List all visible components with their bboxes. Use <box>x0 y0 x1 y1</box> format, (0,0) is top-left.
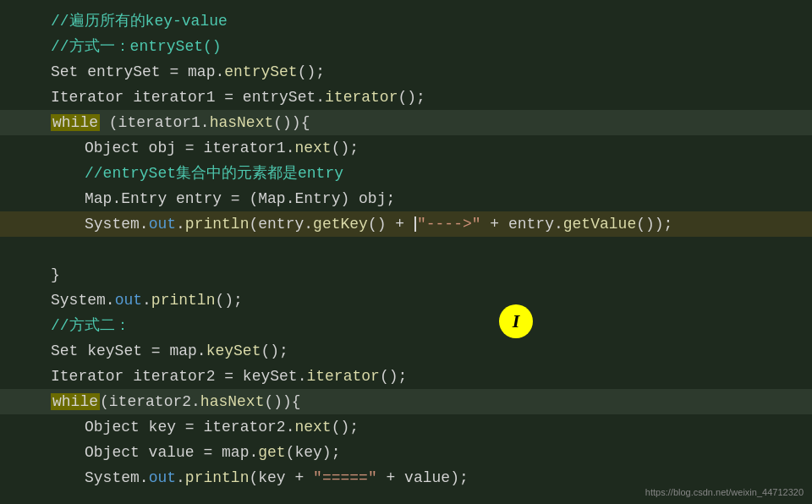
code-line-8: Map.Entry entry = (Map.Entry) obj; <box>0 186 812 211</box>
watermark: https://blog.csdn.net/weixin_44712320 <box>645 487 804 497</box>
code-line-3: Set entrySet = map.entrySet(); <box>0 59 812 85</box>
code-line-18: Object value = map.get(key); <box>0 440 812 465</box>
code-line-11: } <box>0 262 812 288</box>
code-line-4: Iterator iterator1 = entrySet.iterator()… <box>0 85 812 110</box>
code-line-12: System.out.println(); <box>0 288 812 313</box>
line-2-text: //方式一：entrySet() <box>0 35 222 58</box>
code-line-15: Iterator iterator2 = keySet.iterator(); <box>0 364 812 389</box>
code-line-1: //遍历所有的key-value <box>0 8 812 34</box>
code-line-17: Object key = iterator2.next(); <box>0 414 812 440</box>
code-line-5: while (iterator1.hasNext()){ <box>0 110 812 135</box>
code-line-2: //方式一：entrySet() <box>0 34 812 59</box>
cursor-indicator: I <box>499 304 533 338</box>
code-line-9: System.out.println(entry.getKey() + "---… <box>0 211 812 237</box>
code-line-13: //方式二： <box>0 313 812 338</box>
code-line-10 <box>0 237 812 262</box>
code-line-6: Object obj = iterator1.next(); <box>0 135 812 161</box>
cursor-letter: I <box>513 310 520 332</box>
code-line-14: Set keySet = map.keySet(); <box>0 338 812 364</box>
line-1-text: //遍历所有的key-value <box>0 9 228 33</box>
code-editor: //遍历所有的key-value //方式一：entrySet() Set en… <box>0 0 812 504</box>
code-line-16: while(iterator2.hasNext()){ <box>0 389 812 414</box>
code-line-7: //entrySet集合中的元素都是entry <box>0 161 812 186</box>
